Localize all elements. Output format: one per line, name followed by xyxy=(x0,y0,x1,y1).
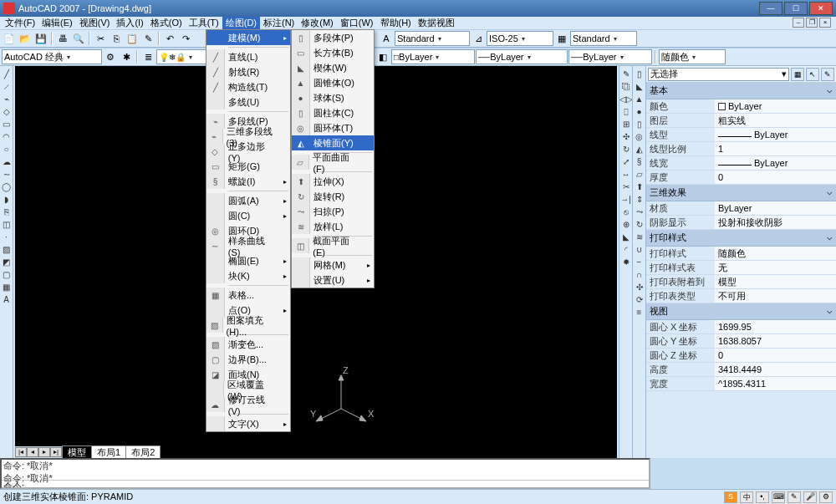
arc-icon[interactable]: ◠ xyxy=(1,130,13,142)
extrude-icon[interactable]: ⬆ xyxy=(634,181,645,192)
move-icon[interactable]: ✣ xyxy=(620,130,632,142)
property-value[interactable]: 不可用 xyxy=(715,289,836,303)
property-category[interactable]: 基本⌵ xyxy=(646,83,836,99)
modeling-submenu[interactable]: ▯多段体(P)▭长方体(B)◣楔体(W)▲圆锥体(O)●球体(S)▯圆柱体(C)… xyxy=(291,29,375,288)
menu-item[interactable]: 多线(U) xyxy=(206,94,290,109)
menu-item[interactable]: ☁修订云线(V) xyxy=(206,397,290,412)
property-row[interactable]: 圆心 Y 坐标1638.8057 xyxy=(646,334,836,349)
property-category[interactable]: 视图⌵ xyxy=(646,303,836,320)
menu-item[interactable]: ╱射线(R) xyxy=(206,64,290,79)
plotstyle-dropdown[interactable]: 随颜色▾ xyxy=(659,49,726,64)
text-style-dropdown[interactable]: Standard▾ xyxy=(395,31,470,46)
open-icon[interactable]: 📂 xyxy=(18,31,33,46)
menu-item[interactable]: ▲圆锥体(O) xyxy=(292,75,374,90)
property-row[interactable]: 打印表附着到模型 xyxy=(646,275,836,289)
property-value[interactable]: 模型 xyxy=(715,275,836,288)
block-icon[interactable]: ◫ xyxy=(1,218,13,230)
property-row[interactable]: 阴影显示投射和接收阴影 xyxy=(646,216,836,230)
rect-icon[interactable]: ▭ xyxy=(1,118,13,130)
tab-first[interactable]: |◂ xyxy=(15,447,27,457)
menu-item[interactable]: ⬆拉伸(X) xyxy=(292,174,374,189)
style-icon[interactable]: A xyxy=(379,31,394,46)
hatch-icon[interactable]: ▨ xyxy=(1,243,13,255)
menu-item[interactable]: 工具(T) xyxy=(186,17,222,29)
copy-icon[interactable]: ⎘ xyxy=(109,31,124,46)
property-value[interactable]: 1638.8057 xyxy=(715,334,836,348)
presspull-icon[interactable]: ⇕ xyxy=(634,193,645,205)
tab-next[interactable]: ▸ xyxy=(38,447,50,457)
gear-icon[interactable]: ✱ xyxy=(119,49,134,64)
torus-icon[interactable]: ◎ xyxy=(634,130,645,142)
plot-preview-icon[interactable]: 🔍 xyxy=(71,31,86,46)
layer-state-dropdown[interactable]: 💡❄🔒▾ xyxy=(156,49,206,64)
insert-icon[interactable]: ⎘ xyxy=(1,206,13,217)
property-row[interactable]: 打印样式随颜色 xyxy=(646,247,836,261)
wedge-icon[interactable]: ◣ xyxy=(634,80,645,92)
menu-item[interactable]: ▭矩形(G) xyxy=(206,159,290,174)
property-value[interactable]: 0 xyxy=(715,171,836,184)
planesurf-icon[interactable]: ▱ xyxy=(634,168,645,180)
join-icon[interactable]: ⊕ xyxy=(620,218,632,230)
dim-style-dropdown[interactable]: ISO-25▾ xyxy=(487,31,553,46)
property-row[interactable]: 线宽ByLayer xyxy=(646,156,836,171)
menu-item[interactable]: 插入(I) xyxy=(113,17,146,29)
minimize-button[interactable]: — xyxy=(759,2,782,15)
tab-layout1[interactable]: 布局1 xyxy=(91,445,126,460)
redo-icon[interactable]: ↷ xyxy=(178,31,193,46)
revcloud-icon[interactable]: ☁ xyxy=(1,155,13,167)
mdi-restore[interactable]: ❐ xyxy=(806,18,818,28)
property-row[interactable]: 打印样式表无 xyxy=(646,261,836,275)
menu-item[interactable]: 椭圆(E)▸ xyxy=(206,253,290,268)
3drotate-icon[interactable]: ⟳ xyxy=(634,293,645,305)
polygon-icon[interactable]: ◇ xyxy=(1,105,13,117)
cone-icon[interactable]: ▲ xyxy=(634,93,645,104)
menu-item[interactable]: ●球体(S) xyxy=(292,90,374,105)
menu-bar[interactable]: 文件(F)编辑(E)视图(V)插入(I)格式(O)工具(T)绘图(D)标注(N)… xyxy=(0,17,836,29)
property-value[interactable]: 3418.4449 xyxy=(715,363,836,376)
trim-icon[interactable]: ✂ xyxy=(620,181,632,192)
property-value[interactable]: 无 xyxy=(715,261,836,274)
ellipse-icon[interactable]: ◯ xyxy=(1,181,13,192)
circle-icon[interactable]: ○ xyxy=(1,143,13,155)
print-icon[interactable]: 🖶 xyxy=(55,31,70,46)
layer-icon[interactable]: ≣ xyxy=(140,49,155,64)
menu-item[interactable]: 编辑(E) xyxy=(38,17,76,29)
property-value[interactable]: ByLayer xyxy=(715,99,836,113)
close-button[interactable]: ✕ xyxy=(809,2,833,15)
property-row[interactable]: 材质ByLayer xyxy=(646,201,836,216)
sweep-icon[interactable]: ⤳ xyxy=(634,206,645,217)
property-row[interactable]: 圆心 X 坐标1699.95 xyxy=(646,320,836,334)
command-line[interactable]: 命令: *取消* 命令: *取消* 命令: xyxy=(0,458,650,489)
ellipsearc-icon[interactable]: ◗ xyxy=(1,193,13,205)
offset-icon[interactable]: ⌷ xyxy=(620,105,632,117)
property-category[interactable]: 三维效果⌵ xyxy=(646,185,836,201)
spline-icon[interactable]: ∼ xyxy=(1,168,13,180)
property-row[interactable]: 厚度0 xyxy=(646,171,836,185)
menu-item[interactable]: 设置(U)▸ xyxy=(292,272,374,288)
menu-item[interactable]: 文字(X)▸ xyxy=(206,416,290,431)
ime-settings-icon[interactable]: ⚙ xyxy=(819,491,833,503)
point-icon[interactable]: · xyxy=(1,231,13,242)
menu-item[interactable]: 圆弧(A)▸ xyxy=(206,193,290,208)
ime-punct-icon[interactable]: •, xyxy=(756,491,769,503)
table-icon[interactable]: ▦ xyxy=(1,281,13,293)
command-input[interactable]: 命令: xyxy=(2,480,649,489)
ime-soft-icon[interactable]: ⌨ xyxy=(772,491,785,503)
workspace-dropdown[interactable]: AutoCAD 经典▾ xyxy=(2,49,102,64)
menu-item[interactable]: ◇正多边形(Y) xyxy=(206,144,290,159)
extend-icon[interactable]: →| xyxy=(620,193,632,205)
menu-item[interactable]: ⤳扫掠(P) xyxy=(292,204,374,219)
pyramid-icon[interactable]: ◭ xyxy=(634,143,645,155)
tab-last[interactable]: ▸| xyxy=(50,447,62,457)
menu-item[interactable]: 格式(O) xyxy=(147,17,186,29)
fillet-icon[interactable]: ◜ xyxy=(620,243,632,255)
draw-menu[interactable]: 建模(M)▸╱直线(L)╱射线(R)╱构造线(T)多线(U)⌁多段线(P)⌁三维… xyxy=(206,29,291,432)
property-value[interactable]: ByLayer xyxy=(715,201,836,215)
new-icon[interactable]: 📄 xyxy=(2,31,17,46)
toggle-icon[interactable]: ✎ xyxy=(821,68,834,81)
property-value[interactable]: ByLayer xyxy=(715,128,836,141)
menu-item[interactable]: ▱平面曲面(F) xyxy=(292,155,374,170)
menu-item[interactable]: 修改(M) xyxy=(298,17,337,29)
mdi-min[interactable]: – xyxy=(793,18,804,28)
box-icon[interactable]: ▯ xyxy=(634,68,645,79)
